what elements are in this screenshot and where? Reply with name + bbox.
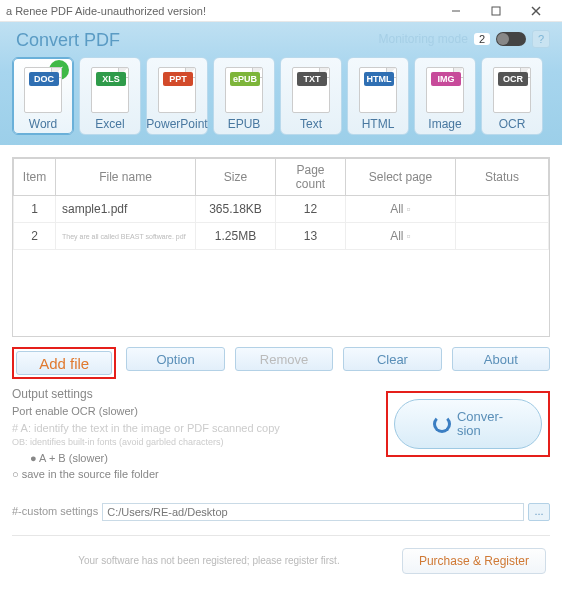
col-pagecount: Page count bbox=[276, 159, 346, 196]
add-file-highlight: Add file bbox=[12, 347, 116, 379]
format-epub[interactable]: ✓ ePUB EPUB bbox=[213, 57, 275, 135]
format-excel[interactable]: ✓ XLS Excel bbox=[79, 57, 141, 135]
svg-rect-1 bbox=[492, 7, 500, 15]
cell-size: 1.25MB bbox=[196, 223, 276, 250]
monitoring-toggle[interactable] bbox=[496, 32, 526, 46]
col-filename: File name bbox=[56, 159, 196, 196]
help-button[interactable]: ? bbox=[532, 30, 550, 48]
format-row: ✓ DOC Word ✓ XLS Excel ✓ PPT PowerPoint … bbox=[10, 57, 552, 135]
format-label: PowerPoint bbox=[146, 117, 207, 131]
maximize-button[interactable] bbox=[476, 0, 516, 22]
register-message: Your software has not been registered; p… bbox=[16, 555, 402, 566]
button-row: Add file Option Remove Clear About bbox=[12, 347, 550, 379]
output-settings: Output settings Port enable OCR (slower)… bbox=[12, 385, 550, 521]
format-label: HTML bbox=[362, 117, 395, 131]
cell-pagecount: 12 bbox=[276, 196, 346, 223]
cell-filename: They are all called BEAST software. pdf bbox=[56, 223, 196, 250]
header: Convert PDF Monitoring mode 2 ? ✓ DOC Wo… bbox=[0, 22, 562, 145]
window-title: a Renee PDF Aide-unauthorized version! bbox=[6, 5, 436, 17]
output-path-input[interactable] bbox=[102, 503, 524, 521]
monitoring-count: 2 bbox=[474, 33, 490, 45]
option-button[interactable]: Option bbox=[126, 347, 224, 371]
format-html[interactable]: ✓ HTML HTML bbox=[347, 57, 409, 135]
footer: Your software has not been registered; p… bbox=[12, 535, 550, 578]
format-label: EPUB bbox=[228, 117, 261, 131]
format-icon: TXT bbox=[292, 67, 330, 113]
cell-pagecount: 13 bbox=[276, 223, 346, 250]
monitoring-area: Monitoring mode 2 ? bbox=[378, 30, 550, 48]
format-icon: PPT bbox=[158, 67, 196, 113]
cell-item: 1 bbox=[14, 196, 56, 223]
minimize-button[interactable] bbox=[436, 0, 476, 22]
format-icon: OCR bbox=[493, 67, 531, 113]
custom-settings-label[interactable]: #-custom settings bbox=[12, 503, 98, 520]
format-text[interactable]: ✓ TXT Text bbox=[280, 57, 342, 135]
format-label: OCR bbox=[499, 117, 526, 131]
purchase-register-button[interactable]: Purchase & Register bbox=[402, 548, 546, 574]
col-selectpage: Select page bbox=[346, 159, 456, 196]
about-button[interactable]: About bbox=[452, 347, 550, 371]
convert-label: Conver- sion bbox=[457, 410, 503, 439]
table-row[interactable]: 1 sample1.pdf 365.18KB 12 All ▫ bbox=[14, 196, 549, 223]
col-item: Item bbox=[14, 159, 56, 196]
clear-button[interactable]: Clear bbox=[343, 347, 441, 371]
convert-highlight: Conver- sion bbox=[386, 391, 550, 457]
convert-icon bbox=[433, 415, 451, 433]
browse-button[interactable]: ... bbox=[528, 503, 550, 521]
format-label: Text bbox=[300, 117, 322, 131]
monitoring-label: Monitoring mode bbox=[378, 32, 467, 46]
format-icon: IMG bbox=[426, 67, 464, 113]
table-row[interactable]: 2 They are all called BEAST software. pd… bbox=[14, 223, 549, 250]
format-icon: ePUB bbox=[225, 67, 263, 113]
cell-size: 365.18KB bbox=[196, 196, 276, 223]
file-table: Item File name Size Page count Select pa… bbox=[13, 158, 549, 250]
save-source-radio[interactable]: ○ save in the source file folder bbox=[12, 466, 550, 483]
file-table-wrap: Item File name Size Page count Select pa… bbox=[12, 157, 550, 337]
convert-button[interactable]: Conver- sion bbox=[394, 399, 542, 449]
format-image[interactable]: ✓ IMG Image bbox=[414, 57, 476, 135]
cell-status bbox=[456, 223, 549, 250]
format-label: Excel bbox=[95, 117, 124, 131]
cell-filename: sample1.pdf bbox=[56, 196, 196, 223]
format-label: Word bbox=[29, 117, 57, 131]
format-label: Image bbox=[428, 117, 461, 131]
col-status: Status bbox=[456, 159, 549, 196]
cell-status bbox=[456, 196, 549, 223]
cell-item: 2 bbox=[14, 223, 56, 250]
format-icon: DOC bbox=[24, 67, 62, 113]
custom-path-row: #-custom settings ... bbox=[12, 503, 550, 521]
remove-button[interactable]: Remove bbox=[235, 347, 333, 371]
titlebar: a Renee PDF Aide-unauthorized version! bbox=[0, 0, 562, 22]
cell-selectpage[interactable]: All ▫ bbox=[346, 196, 456, 223]
add-file-button[interactable]: Add file bbox=[16, 351, 112, 375]
format-icon: HTML bbox=[359, 67, 397, 113]
cell-selectpage[interactable]: All ▫ bbox=[346, 223, 456, 250]
format-word[interactable]: ✓ DOC Word bbox=[12, 57, 74, 135]
col-size: Size bbox=[196, 159, 276, 196]
format-ocr[interactable]: ✓ OCR OCR bbox=[481, 57, 543, 135]
close-button[interactable] bbox=[516, 0, 556, 22]
format-icon: XLS bbox=[91, 67, 129, 113]
main: Item File name Size Page count Select pa… bbox=[0, 145, 562, 584]
format-powerpoint[interactable]: ✓ PPT PowerPoint bbox=[146, 57, 208, 135]
